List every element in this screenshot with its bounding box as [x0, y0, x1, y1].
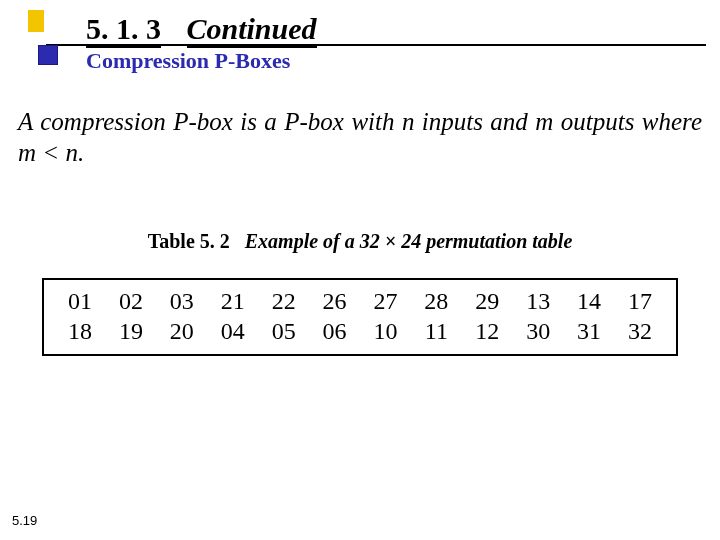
permutation-table: 01 02 03 21 22 26 27 28 29 13 14 17 18 1…: [42, 278, 678, 356]
table-cell: 32: [618, 316, 662, 346]
table-cell: 14: [567, 286, 611, 316]
table-cell: 12: [465, 316, 509, 346]
table-caption: Table 5. 2 Example of a 32 × 24 permutat…: [0, 230, 720, 253]
page-number: 5.19: [12, 513, 37, 528]
table-cell: 13: [516, 286, 560, 316]
table-cell: 28: [414, 286, 458, 316]
table-cell: 31: [567, 316, 611, 346]
table-cell: 06: [313, 316, 357, 346]
table-cell: 01: [58, 286, 102, 316]
table-cell: 26: [313, 286, 357, 316]
table-cell: 10: [363, 316, 407, 346]
slide-title: 5. 1. 3 Continued: [86, 12, 317, 48]
table-row: 18 19 20 04 05 06 10 11 12 30 31 32: [58, 316, 662, 346]
table-caption-prefix: Table 5. 2: [148, 230, 230, 252]
table-cell: 29: [465, 286, 509, 316]
slide-subtitle: Compression P-Boxes: [86, 48, 290, 74]
bullet-square-icon: [38, 45, 58, 65]
title-underline: [46, 44, 706, 46]
table-cell: 17: [618, 286, 662, 316]
table-cell: 04: [211, 316, 255, 346]
table-cell: 18: [58, 316, 102, 346]
table-cell: 30: [516, 316, 560, 346]
table-cell: 20: [160, 316, 204, 346]
table-cell: 19: [109, 316, 153, 346]
table-cell: 21: [211, 286, 255, 316]
section-number: 5. 1. 3: [86, 12, 161, 48]
table-cell: 22: [262, 286, 306, 316]
table-cell: 27: [363, 286, 407, 316]
slide-header: 5. 1. 3 Continued Compression P-Boxes: [0, 0, 720, 78]
continued-label: Continued: [187, 12, 317, 48]
body-paragraph: A compression P-box is a P-box with n in…: [18, 106, 702, 169]
table-caption-desc: Example of a 32 × 24 permutation table: [245, 230, 573, 252]
accent-block-icon: [28, 10, 44, 32]
table-row: 01 02 03 21 22 26 27 28 29 13 14 17: [58, 286, 662, 316]
table-cell: 02: [109, 286, 153, 316]
table-cell: 11: [414, 316, 458, 346]
table-cell: 03: [160, 286, 204, 316]
table-cell: 05: [262, 316, 306, 346]
